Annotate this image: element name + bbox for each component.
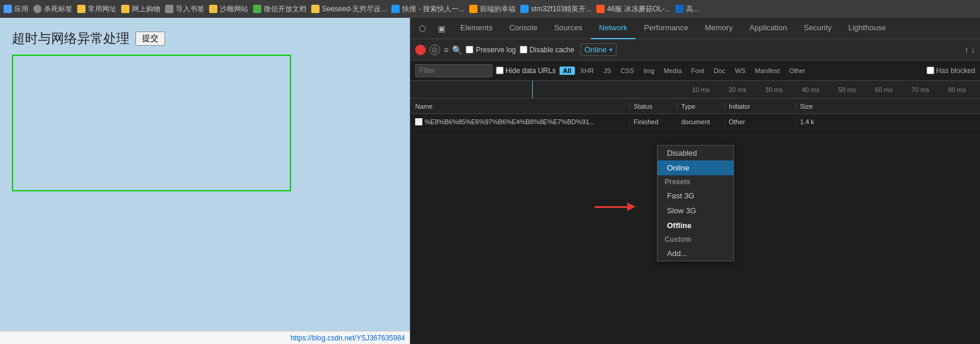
bookmarks-bar: 应用 杀死标签 常用网址 网上购物 导入书签 沙雕网站 微信开放文档 Seese… <box>0 0 980 18</box>
table-row[interactable]: %E8%B6%85%E6%97%B6%E4%B8%8E%E7%BD%91... … <box>410 114 980 130</box>
tick-70ms: 70 ms <box>902 86 939 93</box>
bookmark-wechat[interactable]: 微信开放文档 <box>253 4 306 14</box>
upload-icon[interactable]: ↑ <box>965 45 969 55</box>
th-name[interactable]: Name <box>410 103 630 110</box>
disable-cache-label[interactable]: Disable cache <box>520 46 574 54</box>
cursor-icon[interactable]: ⬡ <box>414 20 431 37</box>
bookmark-sha-label: 沙雕网站 <box>220 4 248 14</box>
dropdown-disabled[interactable]: Disabled <box>657 146 734 160</box>
tab-lighthouse[interactable]: Lighthouse <box>840 18 894 39</box>
preserve-log-checkbox[interactable] <box>466 46 473 53</box>
tick-50ms: 50 ms <box>829 86 866 93</box>
tab-performance[interactable]: Performance <box>636 18 696 39</box>
wechat-icon <box>253 5 261 13</box>
has-blocked-checkbox[interactable] <box>927 67 934 74</box>
preserve-log-label[interactable]: Preserve log <box>466 46 516 54</box>
stm32-icon <box>520 5 529 13</box>
th-status[interactable]: Status <box>630 103 678 110</box>
bookmark-apps[interactable]: 应用 <box>4 4 29 14</box>
bookmark-game[interactable]: 46服 冰冻蘑菇OL-... <box>596 4 671 14</box>
bookmark-seeseed-label: Seeseed-无穷尽设... <box>322 4 387 14</box>
th-initiator[interactable]: Initiator <box>725 103 796 110</box>
tick-80ms: 80 ms <box>938 86 975 93</box>
bookmark-store[interactable]: 高... <box>675 4 699 14</box>
th-type[interactable]: Type <box>678 103 725 110</box>
filter-img-button[interactable]: Img <box>639 67 658 75</box>
status-url: https://blog.csdn.net/YSJ367635984 <box>290 334 405 342</box>
row-name-text: %E8%B6%85%E6%97%B6%E4%B8%8E%E7%BD%91... <box>425 118 595 125</box>
dropdown-online[interactable]: Online <box>657 160 734 175</box>
throttle-dropdown-trigger[interactable]: Online ▾ <box>580 43 617 56</box>
bookmark-common[interactable]: 常用网址 <box>77 4 116 14</box>
download-icon[interactable]: ↓ <box>971 45 975 55</box>
submit-button[interactable]: 提交 <box>135 31 165 46</box>
td-status: Finished <box>630 118 678 125</box>
filter-ws-button[interactable]: WS <box>731 67 750 75</box>
filter-manifest-button[interactable]: Manifest <box>751 67 784 75</box>
seeseed-icon <box>311 5 320 13</box>
timeline-marker <box>532 81 533 98</box>
timeline-ticks: 10 ms 20 ms 30 ms 40 ms 50 ms 60 ms 70 m… <box>678 86 980 93</box>
bookmark-sha[interactable]: 沙雕网站 <box>209 4 248 14</box>
bookmark-seeseed[interactable]: Seeseed-无穷尽设... <box>311 4 387 14</box>
gear-icon <box>165 5 173 13</box>
tab-application[interactable]: Application <box>741 18 796 39</box>
filter-input[interactable] <box>415 64 492 77</box>
frontend-icon <box>469 5 478 13</box>
dropdown-custom-label: Custom <box>657 233 734 246</box>
bookmark-game-label: 46服 冰冻蘑菇OL-... <box>607 4 671 14</box>
bookmark-stm32[interactable]: stm32f103精英开... <box>520 4 592 14</box>
bookmark-skull[interactable]: 杀死标签 <box>33 4 72 14</box>
filter-js-button[interactable]: JS <box>599 67 615 75</box>
hide-urls-label[interactable]: Hide data URLs <box>496 67 556 75</box>
filter-css-button[interactable]: CSS <box>617 67 638 75</box>
hide-urls-text: Hide data URLs <box>505 67 556 75</box>
filter-xhr-button[interactable]: XHR <box>576 67 598 75</box>
stop-button[interactable]: ⊘ <box>429 45 440 55</box>
filter-media-button[interactable]: Media <box>660 67 686 75</box>
filter-font-button[interactable]: Font <box>687 67 709 75</box>
th-size[interactable]: Size <box>796 103 832 110</box>
dropdown-fast3g[interactable]: Fast 3G <box>657 188 734 203</box>
record-button[interactable] <box>415 45 426 55</box>
dropdown-offline[interactable]: Offline <box>657 218 734 233</box>
dropdown-slow3g[interactable]: Slow 3G <box>657 203 734 218</box>
bookmark-frontend[interactable]: 前端的幸福 <box>469 4 516 14</box>
has-blocked-label[interactable]: Has blocked <box>927 67 975 75</box>
hide-urls-checkbox[interactable] <box>496 67 504 74</box>
search-icon[interactable]: 🔍 <box>452 45 462 55</box>
page-title-text: 超时与网络异常处理 <box>12 30 129 48</box>
upload-download-icons: ↑ ↓ <box>965 45 975 55</box>
quicksearch-icon <box>391 5 400 13</box>
red-arrow-indicator <box>595 203 636 211</box>
file-icon <box>415 118 422 125</box>
tab-sources[interactable]: Sources <box>546 18 591 39</box>
bookmark-common-label: 常用网址 <box>88 4 116 14</box>
devtools-panel: ⬡ ▣ Elements Console Sources Network Per… <box>410 18 980 344</box>
bookmark-shop[interactable]: 网上购物 <box>121 4 160 14</box>
throttle-arrow-icon: ▾ <box>609 46 612 53</box>
bookmark-import-label: 导入书签 <box>176 4 204 14</box>
tick-60ms: 60 ms <box>865 86 902 93</box>
tab-memory[interactable]: Memory <box>697 18 741 39</box>
filter-other-button[interactable]: Other <box>785 67 810 75</box>
filter-all-button[interactable]: All <box>559 67 575 75</box>
dropdown-add[interactable]: Add... <box>657 246 734 261</box>
skull-icon <box>33 5 42 13</box>
bookmark-frontend-label: 前端的幸福 <box>480 4 516 14</box>
common-icon <box>77 5 86 13</box>
bookmark-quicksearch[interactable]: 快搜 - 搜索快人一... <box>391 4 464 14</box>
tab-console[interactable]: Console <box>501 18 546 39</box>
bookmark-import[interactable]: 导入书签 <box>165 4 204 14</box>
filter-icon[interactable]: ≡ <box>444 45 448 55</box>
tab-elements[interactable]: Elements <box>452 18 501 39</box>
has-blocked-text: Has blocked <box>936 67 975 75</box>
shop-icon <box>121 5 129 13</box>
dropdown-presets-label: Presets <box>657 175 734 188</box>
filter-doc-button[interactable]: Doc <box>710 67 730 75</box>
tab-security[interactable]: Security <box>795 18 840 39</box>
tab-network[interactable]: Network <box>591 18 636 39</box>
table-columns-header: Name Status Type Initiator Size <box>410 99 980 114</box>
square-icon[interactable]: ▣ <box>433 20 450 37</box>
disable-cache-checkbox[interactable] <box>520 46 527 53</box>
